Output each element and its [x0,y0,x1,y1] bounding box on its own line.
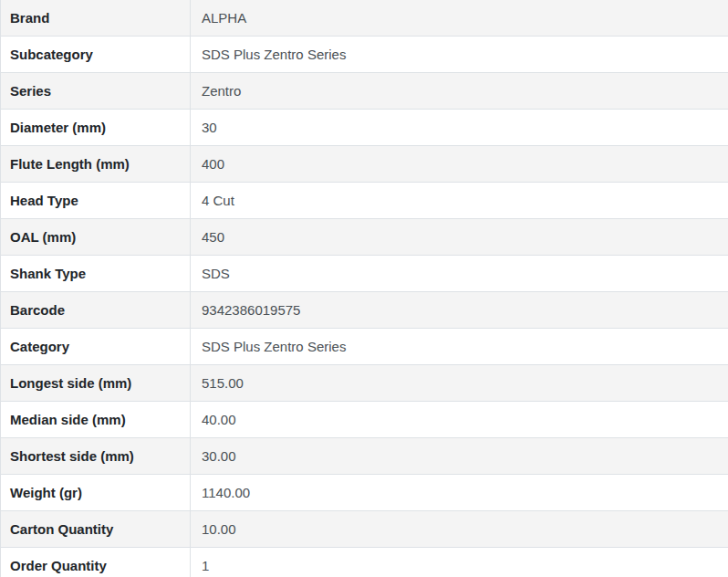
spec-label: Weight (gr) [1,475,191,511]
spec-label: Barcode [1,292,191,329]
spec-label: Subcategory [1,37,191,73]
spec-value: 1140.00 [191,475,728,511]
spec-label: Diameter (mm) [1,110,191,146]
spec-label: Series [1,73,191,110]
spec-table-body: Brand ALPHA Subcategory SDS Plus Zentro … [1,0,728,577]
spec-label: OAL (mm) [1,219,191,256]
spec-value: SDS Plus Zentro Series [191,37,728,73]
table-row: Brand ALPHA [1,0,728,37]
spec-value: 10.00 [191,511,728,548]
spec-value: 450 [191,219,728,256]
table-row: Weight (gr) 1140.00 [1,475,728,511]
spec-label: Median side (mm) [1,402,191,438]
table-row: OAL (mm) 450 [1,219,728,256]
product-spec-table: Brand ALPHA Subcategory SDS Plus Zentro … [0,0,728,577]
spec-value: SDS Plus Zentro Series [191,329,728,365]
table-row: Shortest side (mm) 30.00 [1,438,728,475]
spec-value: 1 [191,548,728,577]
table-row: Category SDS Plus Zentro Series [1,329,728,365]
spec-label: Head Type [1,183,191,219]
spec-label: Shank Type [1,256,191,292]
spec-value: 9342386019575 [191,292,728,329]
table-row: Diameter (mm) 30 [1,110,728,146]
spec-label: Brand [1,0,191,37]
spec-label: Longest side (mm) [1,365,191,402]
spec-value: Zentro [191,73,728,110]
table-row: Carton Quantity 10.00 [1,511,728,548]
spec-label: Order Quantity [1,548,191,577]
spec-value: SDS [191,256,728,292]
spec-label: Shortest side (mm) [1,438,191,475]
spec-value: 30.00 [191,438,728,475]
spec-value: 40.00 [191,402,728,438]
spec-value: 400 [191,146,728,183]
spec-value: 515.00 [191,365,728,402]
table-row: Order Quantity 1 [1,548,728,577]
spec-value: 30 [191,110,728,146]
table-row: Head Type 4 Cut [1,183,728,219]
table-row: Median side (mm) 40.00 [1,402,728,438]
spec-label: Category [1,329,191,365]
table-row: Shank Type SDS [1,256,728,292]
table-row: Flute Length (mm) 400 [1,146,728,183]
table-row: Barcode 9342386019575 [1,292,728,329]
spec-label: Carton Quantity [1,511,191,548]
table-row: Longest side (mm) 515.00 [1,365,728,402]
spec-label: Flute Length (mm) [1,146,191,183]
spec-value: 4 Cut [191,183,728,219]
table-row: Subcategory SDS Plus Zentro Series [1,37,728,73]
spec-value: ALPHA [191,0,728,37]
table-row: Series Zentro [1,73,728,110]
